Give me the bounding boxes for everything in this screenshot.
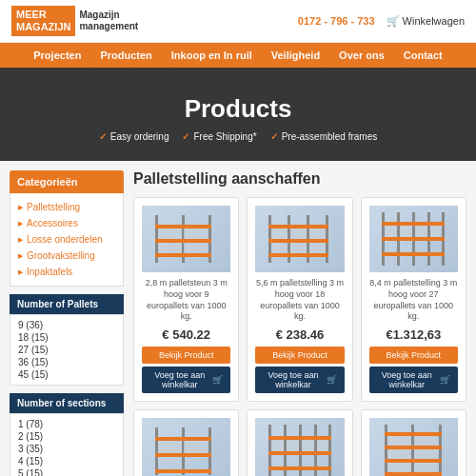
svg-rect-38: [155, 437, 211, 441]
logo: MEER MAGAZIJN Magazijnmanagement: [11, 6, 138, 36]
svg-rect-54: [317, 440, 328, 451]
filter-sect-5[interactable]: 5 (15): [18, 467, 115, 476]
main-nav: Projecten Producten Inkoop en In ruil Ve…: [0, 43, 476, 68]
cart-button[interactable]: 🛒 Winkelwagen: [387, 15, 465, 28]
filter-sections-title: Number of sections: [10, 393, 124, 413]
filter-pallet-36[interactable]: 36 (15): [18, 356, 115, 368]
logo-tagline: Magazijnmanagement: [79, 10, 138, 32]
nav-projecten[interactable]: Projecten: [24, 43, 90, 68]
filter-pallets-title: Number of Pallets: [10, 294, 124, 314]
svg-rect-6: [158, 228, 181, 239]
phone-number: 0172 - 796 - 733: [298, 15, 375, 27]
cart-icon-2: 🛒: [440, 375, 450, 385]
svg-rect-8: [158, 243, 181, 253]
svg-rect-20: [271, 243, 288, 253]
product-desc-0: 2,8 m palletsteun 3 m hoog voor 9 europa…: [142, 278, 230, 323]
svg-rect-35: [155, 427, 158, 475]
categories-title: Categorieën: [10, 170, 124, 193]
view-button-0[interactable]: Bekijk Product: [142, 347, 230, 364]
hero-badges: Easy ordering Free Shipping* Pre-assembl…: [19, 131, 457, 142]
svg-rect-19: [309, 228, 326, 239]
hero-badge-3: Pre-assembled frames: [270, 131, 378, 142]
svg-rect-63: [414, 436, 437, 446]
product-image-5: [369, 418, 458, 476]
filter-pallet-18[interactable]: 18 (15): [18, 331, 115, 344]
svg-rect-53: [302, 440, 314, 451]
svg-rect-42: [184, 441, 207, 453]
cart-icon-0: 🛒: [212, 375, 223, 385]
product-image-1: [255, 206, 344, 272]
filter-sect-2[interactable]: 2 (15): [18, 430, 115, 443]
svg-rect-4: [155, 239, 211, 243]
products-page-title: Palletstelling aanschaffen: [133, 170, 466, 188]
svg-rect-65: [414, 449, 437, 459]
filter-sections-items: 1 (78) 2 (15) 3 (35) 4 (15) 5 (15): [10, 413, 124, 476]
cart-button-0[interactable]: Voeg toe aan winkelkar 🛒: [142, 367, 230, 393]
hero-badge-1: Easy ordering: [99, 131, 169, 142]
svg-rect-33: [415, 226, 427, 237]
main-content: Categorieën Palletstelling Accessoires L…: [0, 161, 476, 476]
sidebar: Categorieën Palletstelling Accessoires L…: [10, 170, 124, 476]
product-card-0: 2,8 m palletsteun 3 m hoog voor 9 europa…: [133, 197, 239, 402]
product-image-0: [142, 206, 230, 272]
svg-rect-39: [155, 453, 211, 457]
view-button-1[interactable]: Bekijk Product: [255, 347, 344, 364]
filter-sect-4[interactable]: 4 (15): [18, 455, 115, 467]
svg-rect-51: [271, 440, 284, 451]
product-card-3: 11,2 m palletstelling 3 m hoog voor 36 e…: [133, 409, 239, 476]
cat-palletstelling[interactable]: Palletstelling: [10, 199, 123, 215]
filter-sect-3[interactable]: 3 (35): [18, 443, 115, 455]
svg-rect-22: [309, 243, 326, 253]
header: MEER MAGAZIJN Magazijnmanagement 0172 - …: [0, 0, 476, 43]
svg-rect-9: [184, 243, 207, 253]
svg-rect-66: [387, 463, 410, 472]
nav-contact[interactable]: Contact: [394, 43, 452, 68]
svg-rect-16: [268, 253, 328, 257]
cat-grootvak[interactable]: Grootvakstelling: [10, 248, 123, 264]
filter-pallet-27[interactable]: 27 (15): [18, 344, 115, 356]
svg-rect-18: [290, 228, 307, 239]
svg-rect-37: [208, 427, 211, 475]
svg-rect-58: [385, 432, 442, 436]
nav-over-ons[interactable]: Over ons: [329, 43, 394, 68]
filter-pallet-9[interactable]: 9 (36): [18, 319, 115, 331]
view-button-2[interactable]: Bekijk Product: [369, 347, 458, 364]
filter-pallet-45[interactable]: 45 (15): [18, 368, 115, 381]
cat-accessoires[interactable]: Accessoires: [10, 215, 123, 231]
product-card-2: 8,4 m palletstelling 3 m hoog voor 27 eu…: [361, 197, 466, 402]
svg-rect-40: [155, 469, 211, 473]
cart-button-2[interactable]: Voeg toe aan winkelkar 🛒: [369, 367, 458, 393]
nav-producten[interactable]: Producten: [90, 43, 161, 68]
svg-rect-64: [387, 449, 410, 459]
svg-rect-52: [287, 440, 299, 451]
cart-button-1[interactable]: Voeg toe aan winkelkar 🛒: [255, 367, 344, 393]
cat-losse[interactable]: Losse onderdelen: [10, 231, 123, 248]
svg-rect-48: [268, 436, 331, 440]
hero-banner: Products Easy ordering Free Shipping* Pr…: [0, 68, 476, 161]
svg-rect-29: [382, 237, 445, 241]
svg-rect-49: [268, 451, 331, 455]
svg-rect-41: [158, 441, 181, 453]
cat-inpaktafels[interactable]: Inpaktafels: [10, 264, 123, 280]
category-links: Palletstelling Accessoires Losse onderde…: [10, 193, 124, 287]
svg-rect-14: [268, 225, 328, 228]
product-image-4: [255, 418, 344, 476]
svg-rect-30: [382, 252, 445, 256]
nav-veiligheid[interactable]: Veiligheid: [262, 43, 329, 68]
logo-box: MEER MAGAZIJN: [11, 6, 75, 36]
nav-inkoop[interactable]: Inkoop en In ruil: [162, 43, 262, 68]
hero-title: Products: [19, 94, 457, 124]
svg-rect-50: [268, 466, 331, 470]
product-price-2: €1.312,63: [386, 327, 441, 342]
product-price-0: € 540.22: [162, 327, 210, 342]
svg-rect-62: [387, 436, 410, 446]
cart-icon: 🛒: [387, 15, 400, 28]
product-grid: 2,8 m palletsteun 3 m hoog voor 9 europa…: [133, 197, 466, 476]
product-desc-1: 5,6 m palletstelling 3 m hoog voor 18 eu…: [255, 278, 344, 323]
svg-rect-59: [385, 446, 442, 449]
filter-sect-1[interactable]: 1 (78): [18, 418, 115, 430]
svg-rect-21: [290, 243, 307, 253]
svg-rect-28: [382, 222, 445, 226]
product-image-2: [369, 206, 458, 272]
header-right: 0172 - 796 - 733 🛒 Winkelwagen: [298, 15, 465, 28]
